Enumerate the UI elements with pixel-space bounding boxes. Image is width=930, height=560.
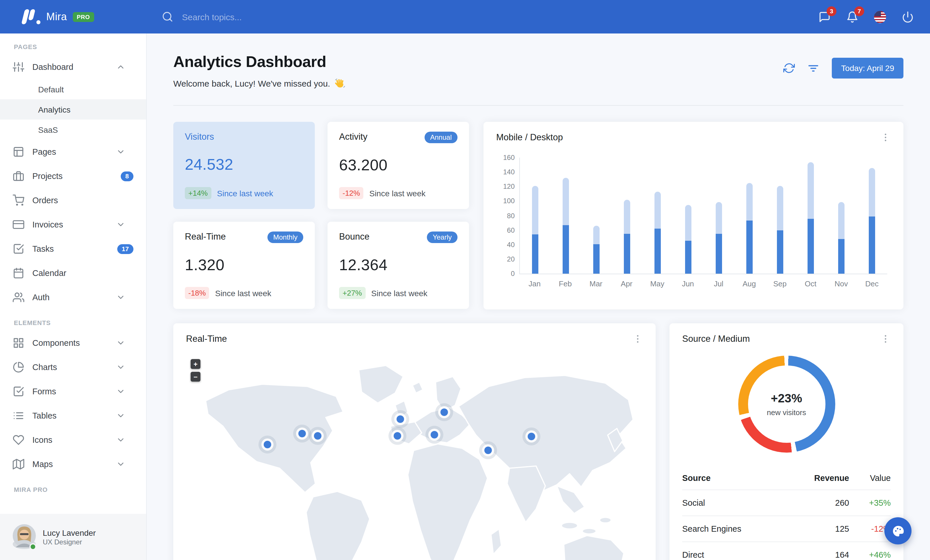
map-marker[interactable] xyxy=(440,408,448,416)
sidebar-item-icons[interactable]: Icons xyxy=(0,428,146,452)
table-row[interactable]: Direct 164 +46% xyxy=(682,542,891,560)
sidebar-item-tasks[interactable]: Tasks17 xyxy=(0,237,146,261)
sidebar-subitem-analytics[interactable]: Analytics xyxy=(0,99,146,120)
source-medium-title: Source / Medium xyxy=(682,334,750,344)
x-axis-label: Jul xyxy=(703,279,734,288)
notifications-button[interactable]: 7 xyxy=(846,11,858,23)
brand[interactable]: Mira PRO xyxy=(0,9,147,24)
map-marker[interactable] xyxy=(299,430,306,437)
stat-card-bounce: Bounce Yearly 12.364 +27% Since last wee… xyxy=(328,222,469,309)
filter-icon[interactable] xyxy=(808,62,819,74)
bar-jul[interactable] xyxy=(704,158,734,274)
bar-chart: 020406080100120140160 xyxy=(519,158,887,274)
sidebar-item-projects[interactable]: Projects8 xyxy=(0,164,146,188)
sidebar-item-label: Calendar xyxy=(32,268,134,278)
y-axis-tick: 100 xyxy=(503,197,515,205)
map-marker[interactable] xyxy=(314,433,322,440)
refresh-icon[interactable] xyxy=(783,62,795,74)
sidebar-item-maps[interactable]: Maps xyxy=(0,452,146,476)
bar-mar[interactable] xyxy=(581,158,612,274)
sidebar-item-label: Auth xyxy=(32,293,116,302)
user-role: UX Designer xyxy=(43,538,96,546)
sidebar-user[interactable]: Lucy Lavender UX Designer xyxy=(0,514,146,560)
column-header: Value xyxy=(849,473,891,483)
sidebar-subitem-saas[interactable]: SaaS xyxy=(0,120,146,140)
sidebar-item-label: Tasks xyxy=(32,244,117,253)
map-marker[interactable] xyxy=(431,431,438,439)
chevron-down-icon xyxy=(116,460,134,469)
bar-sep[interactable] xyxy=(765,158,795,274)
sidebar-item-orders[interactable]: Orders xyxy=(0,188,146,212)
bar-jun[interactable] xyxy=(673,158,704,274)
stat-card-activity: Activity Annual 63.200 -12% Since last w… xyxy=(328,122,469,209)
sidebar-subitem-default[interactable]: Default xyxy=(0,79,146,99)
sidebar-item-calendar[interactable]: Calendar xyxy=(0,261,146,285)
search-input[interactable] xyxy=(181,11,377,22)
sidebar-item-charts[interactable]: Charts xyxy=(0,355,146,379)
sidebar-item-components[interactable]: Components xyxy=(0,331,146,355)
header-actions: Today: April 29 xyxy=(783,58,904,78)
y-axis-tick: 80 xyxy=(507,212,515,220)
map-marker[interactable] xyxy=(393,433,401,440)
date-button[interactable]: Today: April 29 xyxy=(832,58,904,78)
stat-note: Since last week xyxy=(371,288,428,298)
world-map[interactable]: + − xyxy=(188,353,641,560)
sidebar-item-invoices[interactable]: Invoices xyxy=(0,212,146,237)
x-axis-label: Apr xyxy=(611,279,642,288)
chevron-down-icon xyxy=(116,362,125,372)
chevron-down-icon xyxy=(116,293,125,302)
chevron-down-icon xyxy=(116,435,134,445)
sidebar-item-pages[interactable]: Pages xyxy=(0,140,146,164)
stat-period-badge[interactable]: Annual xyxy=(424,132,457,143)
bar-may[interactable] xyxy=(642,158,673,274)
sidebar-item-label: Projects xyxy=(32,172,121,181)
sidebar: PAGES DashboardDefaultAnalyticsSaaS Page… xyxy=(0,34,147,560)
power-button[interactable] xyxy=(902,11,914,23)
column-header: Revenue xyxy=(801,473,849,483)
table-row[interactable]: Search Engines 125 -12% xyxy=(682,516,891,542)
sidebar-badge: 17 xyxy=(117,244,134,254)
sidebar-item-label: Tables xyxy=(32,411,116,420)
map-marker[interactable] xyxy=(528,433,536,440)
theme-settings-fab[interactable] xyxy=(884,517,912,545)
stats-grid: Visitors 24.532 +14% Since last week Act… xyxy=(173,122,469,310)
check-square-icon xyxy=(13,386,24,397)
zoom-out-button[interactable]: − xyxy=(191,372,200,382)
sidebar-item-dashboard[interactable]: Dashboard xyxy=(0,55,146,79)
bar-nov[interactable] xyxy=(826,158,857,274)
bar-apr[interactable] xyxy=(612,158,642,274)
stat-period-badge[interactable]: Yearly xyxy=(427,232,457,243)
zoom-in-button[interactable]: + xyxy=(191,359,200,369)
source-cell: Social xyxy=(682,498,801,508)
stat-delta-chip: -12% xyxy=(339,187,363,199)
heart-icon xyxy=(13,434,24,446)
map-marker[interactable] xyxy=(397,416,404,423)
table-row[interactable]: Social 260 +35% xyxy=(682,489,891,516)
kebab-menu-icon[interactable] xyxy=(880,334,891,344)
map-marker[interactable] xyxy=(264,441,271,448)
messages-button[interactable]: 3 xyxy=(819,11,831,23)
stat-title: Bounce xyxy=(339,232,370,242)
bar-feb[interactable] xyxy=(551,158,581,274)
realtime-map-card: Real-Time xyxy=(173,323,656,560)
mira-logo-icon xyxy=(23,9,40,24)
x-axis-label: Jun xyxy=(673,279,703,288)
y-axis-tick: 120 xyxy=(503,183,515,191)
stat-period-badge[interactable]: Monthly xyxy=(268,232,303,243)
sidebar-item-auth[interactable]: Auth xyxy=(0,285,146,310)
kebab-menu-icon[interactable] xyxy=(633,334,643,344)
online-status-dot xyxy=(29,543,36,550)
bar-oct[interactable] xyxy=(795,158,826,274)
kebab-menu-icon[interactable] xyxy=(880,132,891,143)
sidebar-badge: 8 xyxy=(121,171,134,181)
bar-jan[interactable] xyxy=(520,158,551,274)
sidebar-item-forms[interactable]: Forms xyxy=(0,379,146,404)
waving-hand-icon xyxy=(334,78,345,89)
bar-aug[interactable] xyxy=(734,158,765,274)
sidebar-item-tables[interactable]: Tables xyxy=(0,404,146,428)
bar-dec[interactable] xyxy=(857,158,887,274)
language-flag-icon[interactable] xyxy=(874,11,886,23)
source-cell: Direct xyxy=(682,550,801,559)
map-marker[interactable] xyxy=(484,446,492,454)
x-axis-label: Dec xyxy=(857,279,887,288)
